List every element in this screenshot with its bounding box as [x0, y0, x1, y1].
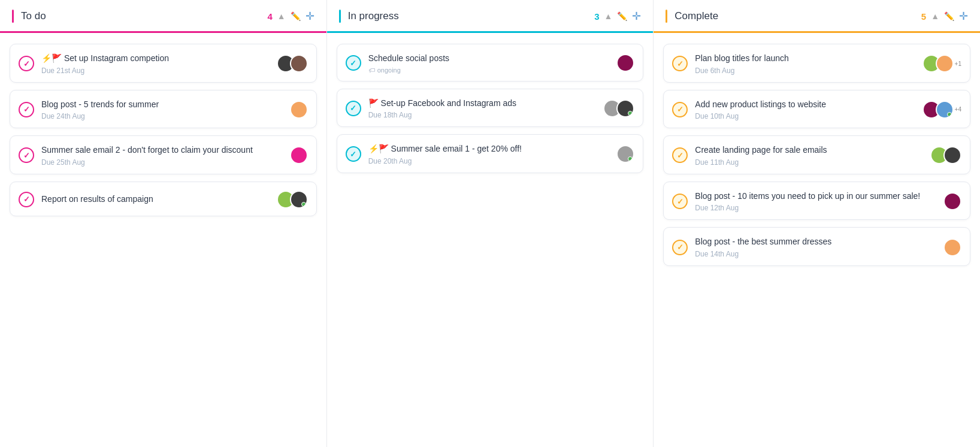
card-avatars-todo-1	[277, 55, 308, 73]
online-indicator	[628, 111, 633, 116]
column-edit-todo[interactable]: ✏️	[291, 11, 301, 21]
column-collapse-todo[interactable]: ▲	[277, 11, 286, 21]
card-due-comp-4: Due 12th Aug	[695, 204, 936, 212]
kanban-board: To do4▲✏️✛✓⚡🚩 Set up Instagram competion…	[0, 0, 980, 447]
card-todo-4[interactable]: ✓Report on results of campaign	[10, 182, 317, 216]
card-comp-1[interactable]: ✓Plan blog titles for launchDue 6th Aug+…	[663, 44, 970, 83]
card-due-todo-3: Due 25th Aug	[41, 158, 283, 167]
card-todo-2[interactable]: ✓Blog post - 5 trends for summerDue 24th…	[10, 90, 317, 129]
card-content-todo-4: Report on results of campaign	[41, 194, 270, 206]
avatar-comp-4-0	[943, 192, 961, 210]
card-content-comp-2: Add new product listings to websiteDue 1…	[695, 99, 915, 121]
card-content-todo-1: ⚡🚩 Set up Instagram competionDue 21st Au…	[41, 53, 270, 75]
card-content-ip-1: Schedule social posts🏷ongoing	[368, 53, 610, 74]
card-avatars-comp-2: +4	[922, 101, 961, 119]
card-todo-3[interactable]: ✓Summer sale email 2 - don't forget to c…	[10, 135, 317, 174]
column-inprogress: In progress3▲✏️✛✓Schedule social posts🏷o…	[327, 0, 654, 447]
avatar-ip-1-0	[616, 54, 634, 72]
card-title-ip-1: Schedule social posts	[368, 53, 610, 65]
column-header-inprogress: In progress3▲✏️✛	[327, 0, 654, 33]
card-due-comp-2: Due 10th Aug	[695, 112, 915, 120]
column-header-complete: Complete5▲✏️✛	[654, 0, 980, 33]
card-check-todo-3: ✓	[19, 147, 34, 163]
card-avatars-todo-3	[290, 146, 308, 164]
column-move-todo[interactable]: ✛	[306, 10, 314, 23]
card-title-ip-3: ⚡🚩 Summer sale email 1 - get 20% off!	[368, 143, 610, 155]
column-move-inprogress[interactable]: ✛	[632, 10, 641, 23]
card-comp-4[interactable]: ✓Blog post - 10 items you need to pick u…	[663, 182, 970, 221]
column-title-inprogress: In progress	[348, 10, 589, 22]
card-due-ip-3: Due 20th Aug	[368, 157, 610, 165]
column-todo: To do4▲✏️✛✓⚡🚩 Set up Instagram competion…	[0, 0, 327, 447]
avatar-todo-4-1	[290, 191, 308, 209]
avatar-extra-comp-1: +1	[955, 61, 961, 67]
column-collapse-complete[interactable]: ▲	[931, 11, 939, 21]
card-avatars-todo-2	[290, 101, 308, 119]
card-comp-2[interactable]: ✓Add new product listings to websiteDue …	[663, 90, 970, 129]
column-body-inprogress: ✓Schedule social posts🏷ongoing✓🚩 Set-up …	[327, 33, 654, 184]
column-title-todo: To do	[21, 10, 262, 22]
card-title-todo-3: Summer sale email 2 - don't forget to cl…	[41, 144, 283, 156]
card-check-todo-1: ✓	[19, 56, 34, 71]
card-title-comp-1: Plan blog titles for launch	[695, 53, 915, 65]
column-edit-complete[interactable]: ✏️	[944, 11, 954, 21]
card-content-ip-3: ⚡🚩 Summer sale email 1 - get 20% off!Due…	[368, 143, 610, 165]
avatar-ip-2-1	[616, 99, 634, 117]
online-indicator	[301, 202, 306, 207]
column-bar-complete	[666, 10, 667, 23]
column-bar-todo	[12, 10, 14, 23]
card-title-comp-2: Add new product listings to website	[695, 99, 915, 111]
tag-icon: 🏷	[368, 67, 375, 74]
card-comp-5[interactable]: ✓Blog post - the best summer dressesDue …	[663, 227, 970, 266]
card-comp-3[interactable]: ✓Create landing page for sale emailsDue …	[663, 135, 970, 174]
column-header-todo: To do4▲✏️✛	[0, 0, 326, 33]
column-count-complete: 5	[921, 11, 926, 22]
avatar-ip-3-0	[616, 145, 634, 163]
avatar-comp-5-0	[943, 238, 961, 256]
column-edit-inprogress[interactable]: ✏️	[617, 11, 627, 21]
card-avatars-comp-3	[930, 146, 961, 164]
card-due-comp-1: Due 6th Aug	[695, 67, 915, 75]
card-check-comp-5: ✓	[672, 240, 688, 255]
card-ip-3[interactable]: ✓⚡🚩 Summer sale email 1 - get 20% off!Du…	[337, 134, 644, 173]
online-indicator	[947, 112, 952, 117]
tag-text-ip-1: ongoing	[377, 67, 401, 74]
card-ip-1[interactable]: ✓Schedule social posts🏷ongoing	[337, 44, 644, 81]
card-title-ip-2: 🚩 Set-up Facebook and Instagram ads	[368, 98, 597, 110]
card-ip-2[interactable]: ✓🚩 Set-up Facebook and Instagram adsDue …	[337, 89, 644, 128]
card-avatars-comp-4	[943, 192, 961, 210]
card-content-todo-3: Summer sale email 2 - don't forget to cl…	[41, 144, 283, 167]
card-avatars-ip-2	[603, 99, 634, 117]
card-tag-ip-1: 🏷ongoing	[368, 67, 610, 74]
avatar-todo-3-0	[290, 146, 308, 164]
avatar-extra-comp-2: +4	[955, 106, 961, 113]
card-due-todo-2: Due 24th Aug	[41, 112, 283, 120]
card-due-ip-2: Due 18th Aug	[368, 111, 597, 119]
card-check-ip-1: ✓	[346, 55, 361, 71]
card-due-todo-1: Due 21st Aug	[41, 67, 270, 75]
card-avatars-ip-1	[616, 54, 634, 72]
card-check-comp-4: ✓	[672, 194, 688, 209]
card-check-comp-2: ✓	[672, 102, 688, 117]
column-complete: Complete5▲✏️✛✓Plan blog titles for launc…	[654, 0, 980, 447]
card-content-comp-3: Create landing page for sale emailsDue 1…	[695, 144, 923, 167]
avatar-comp-2-1	[936, 101, 954, 119]
online-indicator	[628, 156, 633, 161]
card-todo-1[interactable]: ✓⚡🚩 Set up Instagram competionDue 21st A…	[10, 44, 317, 83]
card-check-comp-1: ✓	[672, 56, 688, 71]
card-title-comp-3: Create landing page for sale emails	[695, 144, 923, 156]
card-avatars-ip-3	[616, 145, 634, 163]
avatar-todo-2-0	[290, 101, 308, 119]
card-due-comp-5: Due 14th Aug	[695, 250, 936, 258]
column-title-complete: Complete	[674, 10, 916, 22]
card-check-ip-3: ✓	[346, 146, 361, 162]
card-avatars-todo-4	[277, 191, 308, 209]
column-collapse-inprogress[interactable]: ▲	[604, 11, 612, 21]
avatar-comp-3-1	[943, 146, 961, 164]
column-count-todo: 4	[267, 11, 272, 22]
card-avatars-comp-5	[943, 238, 961, 256]
card-check-comp-3: ✓	[672, 147, 688, 163]
column-move-complete[interactable]: ✛	[959, 10, 968, 23]
card-avatars-comp-1: +1	[922, 55, 961, 73]
card-content-comp-5: Blog post - the best summer dressesDue 1…	[695, 236, 936, 258]
